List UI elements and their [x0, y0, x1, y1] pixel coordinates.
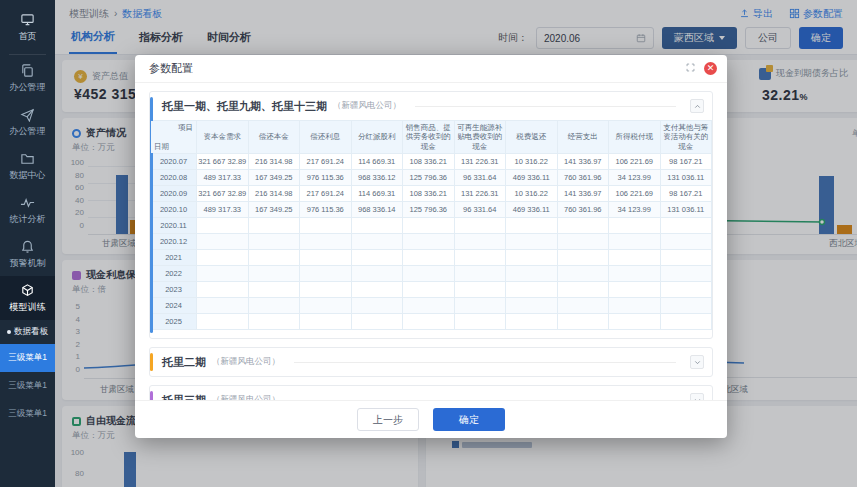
expand-button[interactable]	[690, 355, 704, 369]
value-cell: 167 349.25	[248, 170, 300, 186]
section-title: 托里二期	[162, 355, 206, 370]
value-cell	[609, 234, 661, 250]
sidebar-item-submenu-2[interactable]: 三级菜单1	[0, 372, 55, 400]
value-cell	[403, 266, 455, 282]
section-company: （新疆风电公司）	[212, 356, 280, 368]
date-cell: 2020.11	[151, 218, 197, 234]
value-cell	[300, 234, 352, 250]
sidebar-item-label: 预警机制	[10, 257, 46, 270]
value-cell	[197, 234, 249, 250]
modal-confirm-button[interactable]: 确定	[433, 408, 505, 431]
expand-button[interactable]	[690, 393, 704, 400]
table-row: 2021	[151, 250, 712, 266]
section-tuoli-1-9-13: 托里一期、托里九期、托里十三期 （新疆风电公司） 项目 日期 资本金需求偿还本金…	[149, 91, 713, 339]
previous-step-button[interactable]: 上一步	[357, 408, 419, 431]
value-cell	[557, 298, 609, 314]
value-cell	[454, 234, 506, 250]
value-cell: 968 336.12	[351, 170, 403, 186]
section-header[interactable]: 托里一期、托里九期、托里十三期 （新疆风电公司）	[150, 92, 712, 120]
date-cell: 2020.10	[151, 202, 197, 218]
collapse-button[interactable]	[690, 99, 704, 113]
value-cell	[454, 314, 506, 330]
sidebar-item-data-center[interactable]: 数据中心	[0, 144, 55, 188]
chevron-down-icon	[693, 358, 702, 367]
value-cell	[300, 314, 352, 330]
sidebar-item-label: 办公管理	[10, 81, 46, 94]
value-cell	[300, 218, 352, 234]
value-cell: 489 317.33	[197, 202, 249, 218]
column-header: 偿还本金	[248, 121, 300, 154]
value-cell	[351, 282, 403, 298]
value-cell	[557, 282, 609, 298]
value-cell	[506, 314, 558, 330]
table-row: 2020.10489 317.33167 349.25976 115.36968…	[151, 202, 712, 218]
value-cell: 131 036.11	[660, 170, 712, 186]
value-cell	[506, 234, 558, 250]
value-cell	[403, 250, 455, 266]
sidebar-item-label: 模型训练	[10, 301, 46, 314]
table-header-row: 项目 日期 资本金需求偿还本金偿还利息分红派股利销售商品、提供劳务收到的现金可再…	[151, 121, 712, 154]
value-cell	[248, 298, 300, 314]
fullscreen-button[interactable]	[685, 62, 696, 75]
value-cell	[300, 282, 352, 298]
value-cell	[557, 314, 609, 330]
sidebar-item-warning[interactable]: 预警机制	[0, 232, 55, 276]
table-row: 2024	[151, 298, 712, 314]
sidebar-item-label: 统计分析	[10, 213, 46, 226]
sidebar-item-model-training[interactable]: 模型训练	[0, 276, 55, 320]
table-row: 2020.07321 667 32.89216 314.98217 691.24…	[151, 154, 712, 170]
section-title: 托里一期、托里九期、托里十三期	[162, 99, 327, 114]
value-cell: 167 349.25	[248, 202, 300, 218]
sidebar-item-submenu-3[interactable]: 三级菜单1	[0, 400, 55, 428]
value-cell	[403, 234, 455, 250]
section-tuoli-3: 托里三期 （新疆风电公司）	[149, 385, 713, 400]
value-cell: 216 314.98	[248, 186, 300, 202]
value-cell	[609, 250, 661, 266]
value-cell: 469 336.11	[506, 170, 558, 186]
value-cell: 141 336.97	[557, 186, 609, 202]
copy-icon	[20, 63, 35, 78]
sidebar-item-home[interactable]: 首页	[0, 0, 55, 53]
column-header: 销售商品、提供劳务收到的现金	[403, 121, 455, 154]
section-header[interactable]: 托里二期 （新疆风电公司）	[150, 348, 712, 376]
sidebar-item-office-2[interactable]: 办公管理	[0, 100, 55, 144]
value-cell	[660, 250, 712, 266]
sidebar-item-label: 办公管理	[10, 125, 46, 138]
date-cell: 2020.12	[151, 234, 197, 250]
value-cell: 98 167.21	[660, 186, 712, 202]
sidebar-item-office-1[interactable]: 办公管理	[0, 56, 55, 100]
dot-icon	[7, 330, 11, 334]
section-company: （新疆风电公司）	[212, 394, 280, 400]
param-table: 项目 日期 资本金需求偿还本金偿还利息分红派股利销售商品、提供劳务收到的现金可再…	[150, 120, 712, 330]
value-cell	[609, 282, 661, 298]
value-cell	[557, 266, 609, 282]
sidebar-item-statistics[interactable]: 统计分析	[0, 188, 55, 232]
value-cell: 106 221.69	[609, 154, 661, 170]
column-header: 分红派股利	[351, 121, 403, 154]
table-row: 2020.12	[151, 234, 712, 250]
value-cell	[351, 298, 403, 314]
value-cell	[351, 266, 403, 282]
table-row: 2023	[151, 282, 712, 298]
value-cell: 10 316.22	[506, 154, 558, 170]
value-cell	[300, 298, 352, 314]
value-cell: 34 123.99	[609, 170, 661, 186]
section-title: 托里三期	[162, 393, 206, 400]
value-cell: 98 167.21	[660, 154, 712, 170]
value-cell	[506, 282, 558, 298]
param-table-body: 2020.07321 667 32.89216 314.98217 691.24…	[151, 154, 712, 330]
value-cell: 96 331.64	[454, 170, 506, 186]
value-cell	[506, 298, 558, 314]
value-cell	[557, 234, 609, 250]
date-cell: 2022	[151, 266, 197, 282]
section-accent	[150, 353, 153, 371]
column-header: 支付其他与筹资活动有关的现金	[660, 121, 712, 154]
value-cell: 489 317.33	[197, 170, 249, 186]
sidebar-item-submenu-1[interactable]: 三级菜单1	[0, 344, 55, 372]
section-header[interactable]: 托里三期 （新疆风电公司）	[150, 386, 712, 400]
value-cell: 114 669.31	[351, 154, 403, 170]
sidebar-item-data-dashboard[interactable]: 数据看板	[0, 320, 55, 344]
table-row: 2020.08489 317.33167 349.25976 115.36968…	[151, 170, 712, 186]
value-cell	[300, 266, 352, 282]
close-button[interactable]: ✕	[704, 62, 717, 75]
